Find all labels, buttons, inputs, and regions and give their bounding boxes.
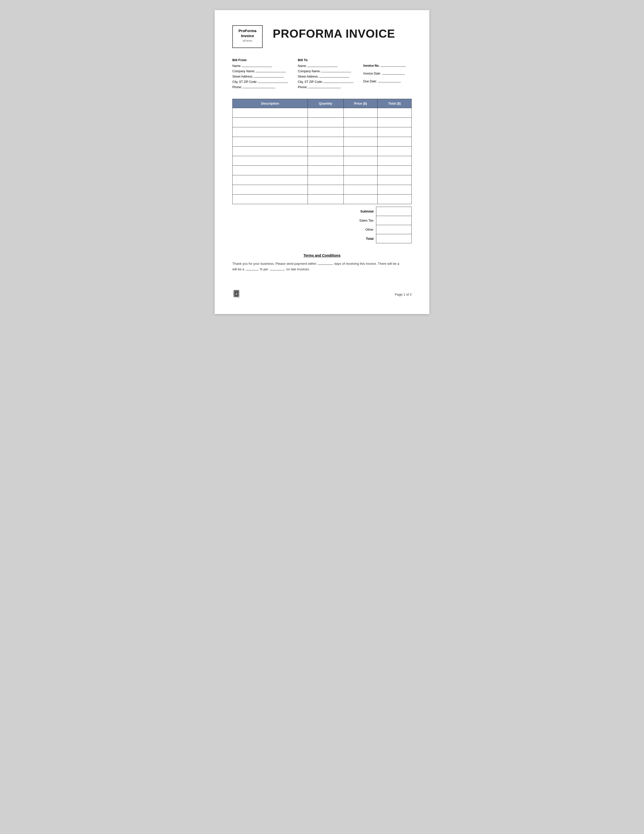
cell-description[interactable] (232, 137, 308, 147)
cell-total[interactable] (378, 194, 412, 204)
cell-description[interactable] (232, 127, 308, 137)
cell-description[interactable] (232, 194, 308, 204)
invoice-info-column: Invoice No. Invoice Date: Due Date: (363, 58, 412, 90)
cell-total[interactable] (378, 127, 412, 137)
logo-box: ProForma Invoice eForms (232, 25, 263, 48)
cell-price[interactable] (344, 166, 378, 175)
cell-price[interactable] (344, 194, 378, 204)
logo-title: ProForma Invoice (236, 28, 260, 38)
table-row (232, 166, 412, 175)
logo-line1: ProForma (239, 29, 257, 33)
subtotal-value[interactable] (376, 207, 412, 216)
cell-quantity[interactable] (308, 166, 344, 175)
main-title: PROFORMA INVOICE (273, 25, 395, 39)
bill-from-phone: Phone: (232, 85, 293, 89)
terms-text: Thank you for your business. Please send… (232, 261, 412, 272)
cell-total[interactable] (378, 147, 412, 156)
cell-price[interactable] (344, 156, 378, 166)
cell-total[interactable] (378, 185, 412, 194)
bill-from-city: City, ST ZIP Code: (232, 79, 293, 84)
bill-to-heading: Bill To (298, 58, 358, 62)
cell-total[interactable] (378, 108, 412, 118)
table-row (232, 137, 412, 147)
subtotal-row: Subtotal (331, 207, 412, 216)
cell-description[interactable] (232, 147, 308, 156)
svg-text:e: e (236, 292, 237, 296)
cell-price[interactable] (344, 137, 378, 147)
bill-section: Bill From Name: Company Name: Street Add… (232, 58, 412, 90)
cell-price[interactable] (344, 118, 378, 127)
cell-description[interactable] (232, 108, 308, 118)
cell-quantity[interactable] (308, 137, 344, 147)
bill-to-column: Bill To Name: Company Name: Street Addre… (298, 58, 358, 90)
due-date-row: Due Date: (363, 79, 412, 83)
cell-total[interactable] (378, 137, 412, 147)
col-price: Price ($) (344, 99, 378, 108)
table-row (232, 175, 412, 185)
invoice-number-row: Invoice No. (363, 63, 412, 68)
cell-quantity[interactable] (308, 185, 344, 194)
other-label: Other (331, 225, 376, 234)
page-number: Page 1 of 2 (395, 293, 412, 296)
cell-quantity[interactable] (308, 147, 344, 156)
logo-sub: eForms (236, 39, 260, 42)
cell-price[interactable] (344, 185, 378, 194)
cell-price[interactable] (344, 147, 378, 156)
cell-quantity[interactable] (308, 127, 344, 137)
bill-from-company: Company Name: (232, 69, 293, 73)
header: ProForma Invoice eForms PROFORMA INVOICE (232, 25, 412, 48)
other-value[interactable] (376, 225, 412, 234)
total-row: Total (331, 234, 412, 243)
table-row (232, 156, 412, 166)
cell-total[interactable] (378, 118, 412, 127)
cell-quantity[interactable] (308, 108, 344, 118)
cell-description[interactable] (232, 175, 308, 185)
invoice-table: Description Quantity Price ($) Total ($) (232, 99, 412, 204)
invoice-page: ProForma Invoice eForms PROFORMA INVOICE… (215, 10, 429, 314)
cell-total[interactable] (378, 156, 412, 166)
cell-total[interactable] (378, 166, 412, 175)
cell-price[interactable] (344, 108, 378, 118)
cell-quantity[interactable] (308, 118, 344, 127)
bill-to-name: Name: (298, 63, 358, 68)
bill-from-name: Name: (232, 63, 293, 68)
totals-table: Subtotal Sales Tax Other Total (331, 207, 412, 243)
footer: e Page 1 of 2 (232, 287, 412, 299)
table-row (232, 194, 412, 204)
bill-to-street: Street Address: (298, 74, 358, 78)
cell-quantity[interactable] (308, 175, 344, 185)
cell-description[interactable] (232, 118, 308, 127)
table-row (232, 147, 412, 156)
logo-line2: Invoice (241, 34, 254, 38)
subtotal-label: Subtotal (331, 207, 376, 216)
cell-price[interactable] (344, 175, 378, 185)
bill-from-heading: Bill From (232, 58, 293, 62)
cell-quantity[interactable] (308, 194, 344, 204)
cell-description[interactable] (232, 185, 308, 194)
terms-section: Terms and Conditions Thank you for your … (232, 254, 412, 272)
terms-title: Terms and Conditions (232, 254, 412, 257)
table-row (232, 185, 412, 194)
bill-to-phone: Phone: (298, 85, 358, 89)
salestax-value[interactable] (376, 216, 412, 225)
cell-quantity[interactable] (308, 156, 344, 166)
bill-to-company: Company Name: (298, 69, 358, 73)
cell-description[interactable] (232, 156, 308, 166)
bill-from-street: Street Address: (232, 74, 293, 78)
other-row: Other (331, 225, 412, 234)
col-total: Total ($) (378, 99, 412, 108)
cell-price[interactable] (344, 127, 378, 137)
cell-description[interactable] (232, 166, 308, 175)
total-value[interactable] (376, 234, 412, 243)
cell-total[interactable] (378, 175, 412, 185)
invoice-date-row: Invoice Date: (363, 71, 412, 75)
totals-section: Subtotal Sales Tax Other Total (232, 207, 412, 243)
bill-to-city: City, ST ZIP Code: (298, 79, 358, 84)
total-label: Total (331, 234, 376, 243)
table-row (232, 118, 412, 127)
bill-from-column: Bill From Name: Company Name: Street Add… (232, 58, 293, 90)
table-row (232, 108, 412, 118)
eforms-icon: e (232, 290, 241, 299)
salestax-row: Sales Tax (331, 216, 412, 225)
col-quantity: Quantity (308, 99, 344, 108)
